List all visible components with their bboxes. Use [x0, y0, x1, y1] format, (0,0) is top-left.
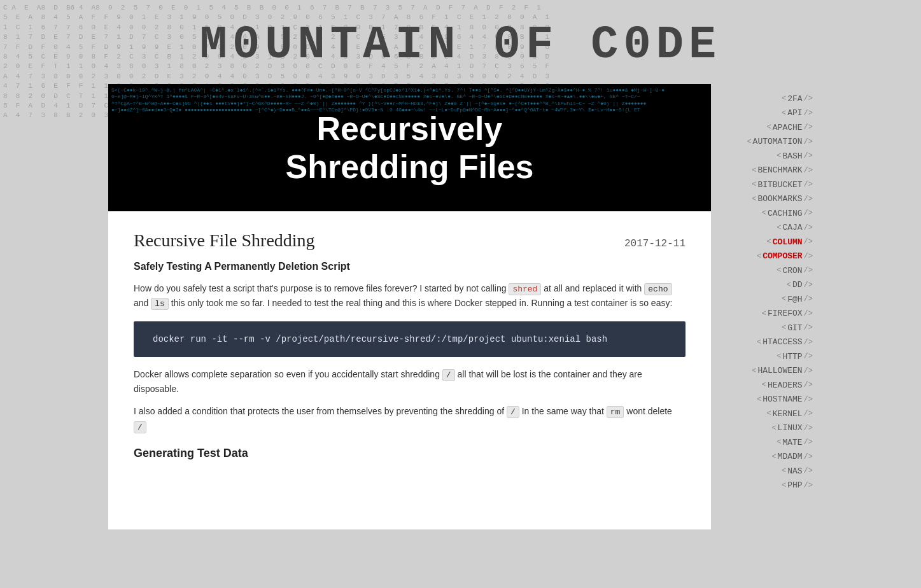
sidebar-item-nas[interactable]: < NAS />	[782, 466, 813, 476]
sidebar-item-label: GIT	[787, 323, 802, 333]
sidebar-item-benchmark[interactable]: < BENCHMARK />	[752, 165, 813, 175]
sidebar-item-composer[interactable]: < COMPOSER />	[757, 251, 813, 261]
bracket-right: />	[804, 237, 813, 246]
sidebar-item-label: DD	[792, 280, 803, 290]
bracket-right: />	[804, 309, 813, 318]
hero-image: $<(~C●●k~19^_^W-}~@,| fm^LAθA^| ~C◆1^.◆x…	[108, 84, 711, 211]
sidebar-item-label: 2FA	[787, 94, 802, 104]
bracket-right: />	[804, 481, 813, 490]
sidebar-item-mdadm[interactable]: < MDADM />	[771, 452, 813, 461]
bracket-right: />	[804, 466, 813, 475]
bracket-right: />	[804, 395, 813, 404]
section-heading-test-data: Generating Test Data	[134, 447, 685, 460]
bracket-right: />	[804, 424, 813, 433]
sidebar-item-caja[interactable]: < CAJA />	[777, 223, 813, 232]
sidebar-item-2fa[interactable]: < 2FA />	[782, 94, 813, 104]
sidebar-item-http[interactable]: < HTTP />	[777, 352, 813, 361]
bracket-left: <	[762, 381, 766, 389]
sidebar-item-label: HOSTNAME	[763, 395, 802, 404]
sidebar-item-label: MATE	[782, 438, 802, 447]
bracket-right: />	[804, 367, 813, 375]
sidebar-item-label: HTACCESS	[763, 337, 802, 347]
sidebar-item-bash[interactable]: < BASH />	[777, 151, 813, 161]
sidebar-item-column[interactable]: < COLUMN />	[767, 237, 813, 247]
bracket-left: <	[757, 338, 761, 347]
sidebar-item-label: BOOKMARKS	[757, 194, 802, 204]
article-title-row: Recursive File Shredding 2017-12-11	[134, 230, 685, 251]
article-date: 2017-12-11	[624, 238, 685, 249]
code-rm: rm	[607, 406, 624, 418]
bracket-left: <	[752, 166, 756, 175]
code-shred: shred	[509, 283, 541, 295]
sidebar-item-label: LINUX	[778, 423, 803, 433]
sidebar-item-apache[interactable]: < APACHE />	[767, 123, 813, 132]
sidebar-item-label: AUTOMATION	[753, 137, 803, 146]
article-paragraph-1: How do you safely test a script that's p…	[134, 281, 685, 311]
bracket-left: <	[767, 237, 771, 246]
bracket-right: />	[804, 166, 813, 175]
code-slash2: /	[507, 406, 519, 418]
sidebar-item-label: BITBUCKET	[757, 180, 802, 190]
sidebar-item-fath[interactable]: < F@H />	[782, 295, 813, 304]
bracket-left: <	[777, 438, 781, 447]
para3-text3: wont delete	[626, 406, 672, 416]
sidebar-item-halloween[interactable]: < HALLOWEEN />	[752, 366, 813, 375]
bracket-right: />	[804, 252, 813, 261]
bracket-left: <	[771, 424, 776, 433]
sidebar-item-bitbucket[interactable]: < BITBUCKET />	[752, 180, 813, 190]
sidebar-item-label: FIREFOX	[768, 309, 803, 318]
sidebar-item-kernel[interactable]: < KERNEL />	[767, 409, 813, 419]
bracket-left: <	[757, 252, 761, 261]
hero-line2: Shredding Files	[285, 148, 533, 186]
sidebar-item-label: COLUMN	[773, 237, 803, 247]
bracket-right: />	[804, 381, 813, 389]
bracket-right: />	[804, 209, 813, 218]
bracket-right: />	[804, 323, 813, 332]
sidebar-item-dd[interactable]: < DD />	[787, 280, 813, 290]
bracket-right: />	[804, 137, 813, 146]
bracket-left: <	[782, 295, 786, 304]
para1-text2: at all and replaced it with	[544, 283, 642, 293]
sidebar-item-automation[interactable]: < AUTOMATION />	[747, 137, 813, 146]
code-slash3: /	[134, 421, 146, 433]
sidebar-item-headers[interactable]: < HEADERS />	[762, 381, 813, 390]
code-ls: ls	[151, 298, 169, 310]
bracket-right: />	[804, 452, 813, 461]
bracket-left: <	[762, 309, 766, 318]
sidebar-item-htaccess[interactable]: < HTACCESS />	[757, 337, 813, 347]
bracket-left: <	[777, 266, 781, 275]
sidebar-item-hostname[interactable]: < HOSTNAME />	[757, 395, 813, 404]
sidebar-item-label: CRON	[782, 266, 802, 276]
main-content: $<(~C●●k~19^_^W-}~@,| fm^LAθA^| ~C◆1^.◆x…	[108, 84, 711, 529]
code-echo: echo	[644, 283, 671, 295]
para1-text1: How do you safely test a script that's p…	[134, 283, 507, 293]
site-header: M0UNTAIN 0F C0DE	[0, 0, 921, 84]
sidebar-item-git[interactable]: < GIT />	[782, 323, 813, 333]
sidebar-nav: < 2FA />< API />< APACHE />< AUTOMATION …	[711, 84, 813, 529]
sidebar-item-api[interactable]: < API />	[782, 108, 813, 118]
sidebar-item-mate[interactable]: < MATE />	[777, 438, 813, 447]
sidebar-item-label: BENCHMARK	[757, 165, 802, 175]
para3-text2: In the same way that	[522, 406, 604, 416]
sidebar-item-cron[interactable]: < CRON />	[777, 266, 813, 276]
bracket-left: <	[752, 195, 756, 204]
bracket-right: />	[804, 352, 813, 361]
site-title: M0UNTAIN 0F C0DE	[0, 19, 921, 71]
sidebar-item-label: HEADERS	[768, 381, 803, 390]
para3-text1: I also added a condition that protects t…	[134, 406, 504, 416]
bracket-right: />	[804, 94, 813, 103]
sidebar-item-php[interactable]: < PHP />	[782, 480, 813, 490]
bracket-left: <	[767, 409, 771, 418]
sidebar-item-bookmarks[interactable]: < BOOKMARKS />	[752, 194, 813, 204]
bracket-right: />	[804, 409, 813, 418]
sidebar-item-label: CAJA	[782, 223, 802, 232]
bracket-left: <	[782, 94, 786, 103]
bracket-right: />	[804, 281, 813, 290]
sidebar-item-caching[interactable]: < CACHING />	[762, 209, 813, 218]
sidebar-item-firefox[interactable]: < FIREFOX />	[762, 309, 813, 318]
bracket-left: <	[752, 180, 756, 189]
content-area: $<(~C●●k~19^_^W-}~@,| fm^LAθA^| ~C◆1^.◆x…	[108, 84, 813, 529]
sidebar-item-linux[interactable]: < LINUX />	[771, 423, 813, 433]
sidebar-item-label: KERNEL	[773, 409, 803, 419]
bracket-right: />	[804, 109, 813, 118]
